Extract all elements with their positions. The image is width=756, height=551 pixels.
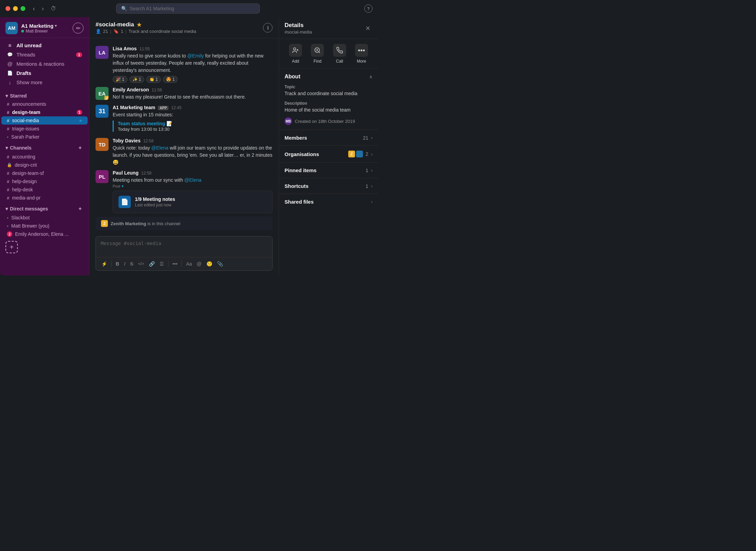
minimize-traffic-light[interactable] xyxy=(13,6,18,11)
fullscreen-traffic-light[interactable] xyxy=(21,6,25,11)
chat-header: #social-media ★ 👤 21 | 🔖 1 | Track and c… xyxy=(89,17,279,38)
sidebar-channel-help-design[interactable]: # help-design xyxy=(1,177,88,185)
shared-files-row-right: › xyxy=(371,199,373,204)
members-count: 21 xyxy=(103,29,108,34)
group-dm-count: 2 xyxy=(7,231,12,237)
matt-status: ● xyxy=(7,225,9,228)
message-time: 11:55 xyxy=(139,47,150,51)
add-workspace-button[interactable]: + xyxy=(5,241,18,253)
starred-section-header[interactable]: ▾ Starred xyxy=(0,90,89,100)
mention-elena[interactable]: @Elena xyxy=(151,145,168,151)
sidebar-channel-design-crit[interactable]: 🔒 design-crit xyxy=(1,161,88,169)
workspace-name[interactable]: A1 Marketing ▾ xyxy=(21,23,57,29)
sidebar-dm-matt-brewer[interactable]: ● Matt Brewer (you) xyxy=(1,222,88,230)
italic-button[interactable]: I xyxy=(122,259,127,268)
attachment-button[interactable]: 📎 xyxy=(215,259,225,268)
message-header: A1 Marketing team APP 12:45 xyxy=(113,105,273,110)
show-more-icon: ↓ xyxy=(7,79,13,85)
zenith-badge: Z xyxy=(101,220,108,227)
post-card[interactable]: 📄 1/9 Meeting notes Last edited just now xyxy=(113,191,273,213)
dm-section-header[interactable]: ▾ Direct messages + xyxy=(0,202,89,214)
emoji-button[interactable]: 🙂 xyxy=(204,259,214,268)
table-row: EA Z Emily Anderson 11:56 No! It was my … xyxy=(89,85,279,103)
shared-files-row[interactable]: Shared files › xyxy=(279,194,378,209)
list-button[interactable]: ☰ xyxy=(158,259,166,268)
sidebar-channel-sarah-parker[interactable]: ● Sarah Parker xyxy=(1,133,88,141)
about-section: About ∧ Topic Track and coordinate socia… xyxy=(279,69,378,130)
compose-button[interactable]: ✏ xyxy=(73,23,84,34)
app-body: AM A1 Marketing ▾ Matt Brewer ✏ ≡ All xyxy=(0,17,378,276)
search-input[interactable] xyxy=(130,6,255,11)
sidebar-channel-media-and-pr[interactable]: # media-and-pr xyxy=(1,194,88,202)
mention-elena-paul[interactable]: @Elena xyxy=(184,177,201,183)
message-input[interactable] xyxy=(96,236,272,256)
add-action-button[interactable]: Add xyxy=(289,44,302,64)
reaction-party[interactable]: 🎉 1 xyxy=(113,76,127,83)
message-toolbar: ⚡ B I S </> 🔗 ☰ ••• Aa @ 🙂 📎 xyxy=(96,257,272,270)
sidebar-item-threads[interactable]: 💬 Threads 1 xyxy=(1,50,88,59)
about-chevron[interactable]: ∧ xyxy=(369,74,373,79)
sidebar-item-all-unread[interactable]: ≡ All unread xyxy=(1,41,88,50)
help-button[interactable]: ? xyxy=(364,4,373,13)
lightning-button[interactable]: ⚡ xyxy=(99,259,109,268)
call-action-button[interactable]: Call xyxy=(333,44,346,64)
threads-icon: 💬 xyxy=(7,52,13,57)
search-bar[interactable]: 🔍 xyxy=(116,3,260,14)
add-dm-button[interactable]: + xyxy=(77,205,84,212)
sidebar-item-mentions[interactable]: @ Mentions & reactions xyxy=(1,59,88,68)
traffic-lights xyxy=(5,6,25,11)
star-icon[interactable]: ★ xyxy=(137,22,141,28)
reaction-heart-eyes[interactable]: 😍 1 xyxy=(163,76,178,83)
hash-icon: # xyxy=(7,118,9,123)
more-formatting-button[interactable]: ••• xyxy=(171,259,180,268)
sidebar-channel-help-desk[interactable]: # help-desk xyxy=(1,185,88,194)
sidebar-channel-social-media[interactable]: # social-media ◈ xyxy=(1,116,88,125)
org-badge-yellow: Z xyxy=(348,151,355,157)
text-style-button[interactable]: Aa xyxy=(184,259,194,268)
shortcuts-row[interactable]: Shortcuts 1 › xyxy=(279,178,378,194)
event-link[interactable]: Team status meeting 📝 xyxy=(118,121,172,126)
channel-info-button[interactable]: ℹ xyxy=(263,23,273,33)
workspace-avatar: AM xyxy=(5,22,18,34)
reaction-sparkles[interactable]: ✨ 1 xyxy=(129,76,144,83)
close-traffic-light[interactable] xyxy=(5,6,10,11)
strikethrough-button[interactable]: S xyxy=(128,259,135,268)
message-text: Quick note: today @Elena will join our t… xyxy=(113,144,273,166)
find-action-button[interactable]: Find xyxy=(311,44,324,64)
sidebar-channel-design-team[interactable]: # design-team 1 xyxy=(1,108,88,116)
more-action-button[interactable]: ••• More xyxy=(355,44,368,64)
message-author: Paul Leung xyxy=(113,170,138,176)
close-details-button[interactable]: ✕ xyxy=(363,24,373,33)
add-channel-button[interactable]: + xyxy=(77,144,84,151)
organisations-row[interactable]: Organisations Z 2 › xyxy=(279,145,378,162)
channels-section-header[interactable]: ▾ Channels + xyxy=(0,141,89,153)
bold-button[interactable]: B xyxy=(114,259,121,268)
sidebar-channel-announcements[interactable]: # announcements xyxy=(1,100,88,108)
message-text: Meeting notes from our sync with @Elena xyxy=(113,177,273,184)
history-button[interactable]: ⏱ xyxy=(49,4,58,14)
all-unread-icon: ≡ xyxy=(7,42,13,48)
mention-button[interactable]: @ xyxy=(195,259,204,268)
forward-button[interactable]: › xyxy=(40,4,46,14)
sidebar-channel-accounting[interactable]: # accounting xyxy=(1,153,88,161)
reaction-clap[interactable]: 👏 1 xyxy=(146,76,161,83)
call-icon xyxy=(333,44,346,57)
app-badge: APP xyxy=(158,106,168,110)
link-button[interactable]: 🔗 xyxy=(147,259,157,268)
slackbot-status: ● xyxy=(7,216,9,219)
sidebar-dm-slackbot[interactable]: ● Slackbot xyxy=(1,214,88,222)
message-header: Lisa Amos 11:55 xyxy=(113,46,273,51)
mention-emily[interactable]: @Emily xyxy=(187,53,204,59)
channel-description: Track and coordinate social media xyxy=(128,29,196,34)
sidebar-channel-triage-issues[interactable]: # triage-issues xyxy=(1,125,88,133)
topic-value: Track and coordinate social media xyxy=(285,91,373,96)
sidebar-item-show-more[interactable]: ↓ Show more xyxy=(1,78,88,87)
code-button[interactable]: </> xyxy=(136,260,146,268)
sidebar-item-drafts[interactable]: 📄 Drafts xyxy=(1,68,88,78)
back-button[interactable]: ‹ xyxy=(31,4,37,14)
members-row[interactable]: Members 21 › xyxy=(279,130,378,145)
post-dropdown[interactable]: ▾ xyxy=(122,184,124,189)
sidebar-channel-design-team-sf[interactable]: # design-team-sf xyxy=(1,169,88,177)
pinned-items-row[interactable]: Pinned items 1 › xyxy=(279,162,378,178)
sidebar-dm-emily-elena[interactable]: 2 Emily Anderson, Elena ... xyxy=(1,230,88,238)
